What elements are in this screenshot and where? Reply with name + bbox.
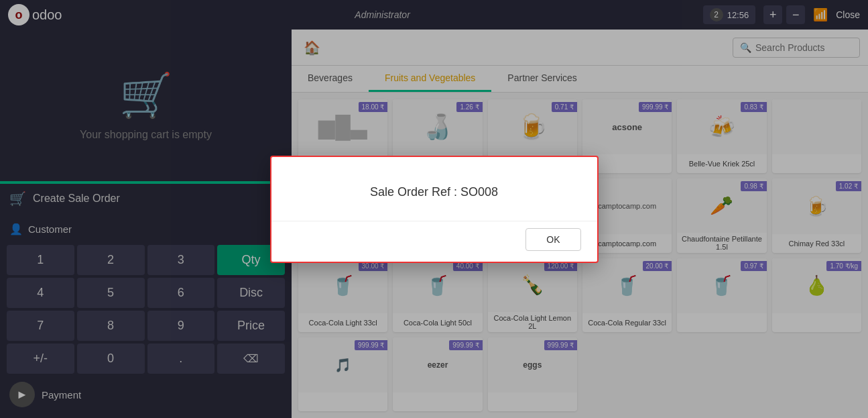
dialog-body: Sale Order Ref : SO008 bbox=[271, 157, 597, 221]
dialog-message: Sale Order Ref : SO008 bbox=[370, 185, 498, 199]
sale-order-dialog: Sale Order Ref : SO008 OK bbox=[270, 156, 599, 263]
ok-button[interactable]: OK bbox=[525, 228, 580, 251]
dialog-overlay: Sale Order Ref : SO008 OK bbox=[0, 0, 868, 418]
dialog-footer: OK bbox=[271, 221, 597, 262]
